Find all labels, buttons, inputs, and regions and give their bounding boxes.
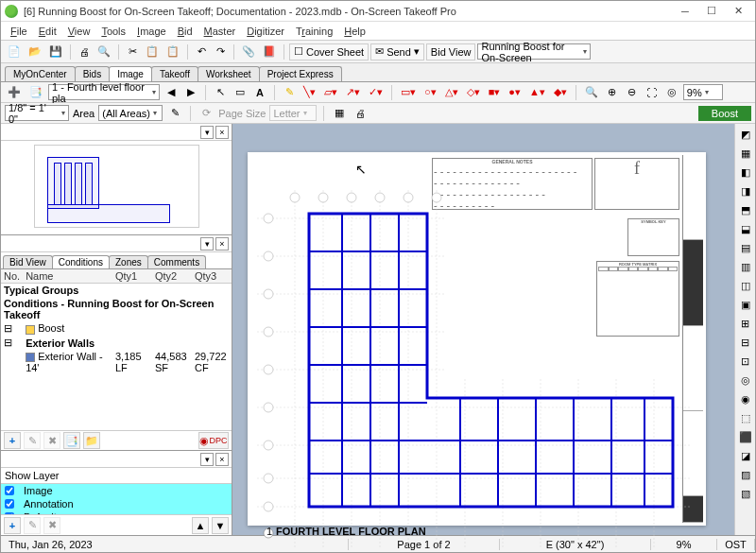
thumb-pin-icon[interactable]: ▾ <box>200 126 214 139</box>
preview-icon[interactable]: 🔍 <box>94 43 113 60</box>
prev-page-icon[interactable]: ◀ <box>163 84 180 101</box>
undo-icon[interactable]: ↶ <box>193 43 210 60</box>
circle-outline-icon[interactable]: ○▾ <box>421 84 439 101</box>
tab-bids[interactable]: Bids <box>75 66 110 81</box>
arrow-red-icon[interactable]: ↗▾ <box>343 84 363 101</box>
redo-icon[interactable]: ↷ <box>212 43 229 60</box>
menu-tools[interactable]: Tools <box>95 24 131 39</box>
tab-worksheet[interactable]: Worksheet <box>198 66 260 81</box>
col-name[interactable]: Name <box>23 269 112 284</box>
close-button[interactable]: ✕ <box>725 2 751 21</box>
select-rect-icon[interactable]: ▭ <box>232 84 249 101</box>
layer-edit-button[interactable]: ✎ <box>24 517 41 534</box>
zoom-select[interactable]: 9% <box>683 84 723 100</box>
minimize-button[interactable]: ─ <box>672 2 698 21</box>
rt-icon-18[interactable]: ◪ <box>737 447 754 464</box>
line-red-icon[interactable]: ╲▾ <box>301 84 318 101</box>
area-select[interactable]: (All Areas) <box>98 105 163 121</box>
rotate-icon[interactable]: ⟳ <box>198 105 215 122</box>
layers-pin-icon[interactable]: ▾ <box>200 453 214 466</box>
menu-digitizer[interactable]: Digitizer <box>241 24 290 39</box>
check-icon[interactable]: ✓▾ <box>366 84 386 101</box>
row-ew14[interactable]: Exterior Wall - 14' 3,185 LF 44,583 SF 2… <box>1 350 232 374</box>
rt-icon-2[interactable]: ▦ <box>737 145 754 162</box>
highlight-icon[interactable]: ✎ <box>281 84 298 101</box>
rt-icon-17[interactable]: ⬛ <box>737 428 754 445</box>
layer-annotation[interactable]: Annotation <box>1 497 232 510</box>
menu-image[interactable]: Image <box>131 24 172 39</box>
paste-icon[interactable]: 📋 <box>163 43 182 60</box>
col-qty3[interactable]: Qty3 <box>192 269 232 284</box>
layer-add-button[interactable]: + <box>4 517 21 534</box>
rt-icon-15[interactable]: ◉ <box>737 390 754 407</box>
send-button[interactable]: ✉ Send ▾ <box>370 43 424 60</box>
save-icon[interactable]: 💾 <box>46 43 65 60</box>
rect-outline-icon[interactable]: ▭▾ <box>398 84 419 101</box>
next-page-icon[interactable]: ▶ <box>182 84 199 101</box>
col-no[interactable]: No. <box>1 269 23 284</box>
bid-view-button[interactable]: Bid View <box>426 43 476 60</box>
pen-icon[interactable]: ✎ <box>166 105 183 122</box>
shape-red-icon[interactable]: ▱▾ <box>321 84 340 101</box>
menu-edit[interactable]: Edit <box>33 24 62 39</box>
circle-fill-icon[interactable]: ●▾ <box>506 84 524 101</box>
rt-icon-13[interactable]: ⊡ <box>737 353 754 370</box>
rt-icon-7[interactable]: ▤ <box>737 239 754 256</box>
layer-down-button[interactable]: ▼ <box>212 517 229 534</box>
tab-takeoff[interactable]: Takeoff <box>151 66 198 81</box>
zoom-window-icon[interactable]: 🔍 <box>582 84 601 101</box>
col-qty2[interactable]: Qty2 <box>152 269 192 284</box>
project-select[interactable]: Running Boost for On-Screen <box>477 43 591 60</box>
rt-icon-1[interactable]: ◩ <box>737 126 754 143</box>
diamond-outline-icon[interactable]: ◇▾ <box>464 84 483 101</box>
layer-up-button[interactable]: ▲ <box>192 517 209 534</box>
rt-icon-11[interactable]: ⊞ <box>737 315 754 332</box>
tab-project-express[interactable]: Project Express <box>259 66 342 81</box>
rt-icon-4[interactable]: ◨ <box>737 182 754 199</box>
cut-icon[interactable]: ✂ <box>124 43 141 60</box>
rect-fill-icon[interactable]: ■▾ <box>486 84 504 101</box>
attach-icon[interactable]: 📎 <box>239 43 258 60</box>
thumb-close-icon[interactable]: × <box>215 126 229 139</box>
menu-view[interactable]: View <box>62 24 96 39</box>
maximize-button[interactable]: ☐ <box>698 2 725 21</box>
tab-image[interactable]: Image <box>109 66 152 81</box>
cover-sheet-button[interactable]: ☐ Cover Sheet <box>289 43 369 60</box>
row-exterior-walls[interactable]: Exterior Walls <box>23 336 232 350</box>
page-select[interactable]: 1 - Fourth level floor pla <box>48 84 160 100</box>
dup-page-icon[interactable]: 📑 <box>26 84 45 101</box>
rt-icon-8[interactable]: ▥ <box>737 258 754 275</box>
conditions-grid[interactable]: No. Name Qty1 Qty2 Qty3 Typical Groups C… <box>1 269 232 430</box>
triangle-fill-icon[interactable]: ▲▾ <box>526 84 548 101</box>
rt-icon-16[interactable]: ⬚ <box>737 409 754 426</box>
zoom-out-icon[interactable]: ⊖ <box>624 84 641 101</box>
group-typical[interactable]: Typical Groups <box>1 284 232 298</box>
layers-list[interactable]: Image Annotation Default Comments Boost … <box>1 484 232 514</box>
rt-icon-9[interactable]: ◫ <box>737 277 754 294</box>
zoom-in-icon[interactable]: ⊕ <box>604 84 621 101</box>
row-boost[interactable]: Boost <box>23 321 232 336</box>
print-icon[interactable]: 🖨 <box>76 43 93 60</box>
book-icon[interactable]: 📕 <box>260 43 279 60</box>
layer-delete-button[interactable]: ✖ <box>43 517 60 534</box>
menu-master[interactable]: Master <box>198 24 242 39</box>
menu-help[interactable]: Help <box>338 24 371 39</box>
open-icon[interactable]: 📂 <box>26 43 44 60</box>
menu-bid[interactable]: Bid <box>172 24 198 39</box>
scale-select[interactable]: 1/8" = 1' 0" <box>5 105 69 121</box>
rt-icon-6[interactable]: ⬓ <box>737 220 754 237</box>
tab-myoncenter[interactable]: MyOnCenter <box>5 66 76 81</box>
canvas-area[interactable]: ↖ GENERAL NOTES - - - - - - - - - - - - … <box>232 124 734 535</box>
cond-add-button[interactable]: + <box>4 432 21 449</box>
cond-tab-bidview[interactable]: Bid View <box>3 255 53 268</box>
cond-edit-button[interactable]: ✎ <box>24 432 41 449</box>
paper-size-select[interactable]: Letter <box>269 105 317 121</box>
zoom-fit-icon[interactable]: ⛶ <box>644 84 661 101</box>
cond-tab-comments[interactable]: Comments <box>147 255 206 268</box>
cond-dup-button[interactable]: 📑 <box>63 432 80 449</box>
export-icon[interactable]: ▦ <box>331 105 348 122</box>
text-icon[interactable]: A <box>251 84 268 101</box>
print2-icon[interactable]: 🖨 <box>352 105 369 122</box>
cond-tab-conditions[interactable]: Conditions <box>52 255 110 268</box>
rt-icon-12[interactable]: ⊟ <box>737 334 754 351</box>
